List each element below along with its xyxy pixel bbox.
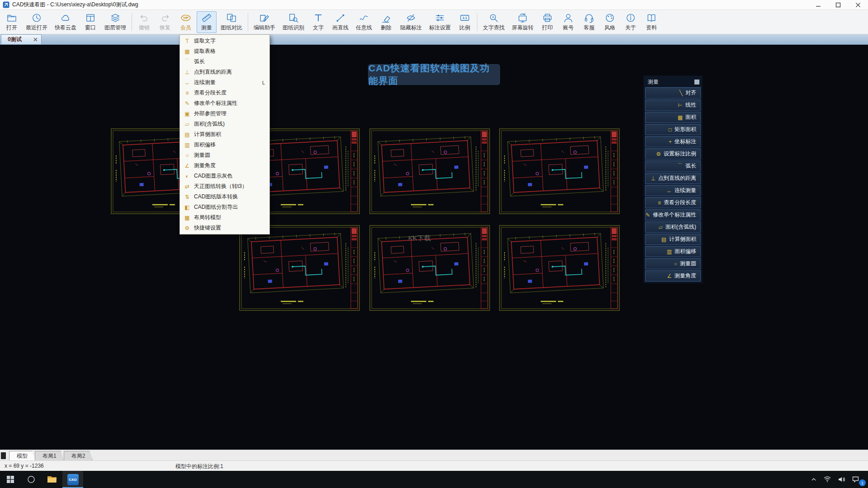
toolbar-button-label: 风格 [604, 24, 615, 32]
toolbar-button[interactable]: 资料 [642, 11, 661, 33]
toolbar-button[interactable]: 任意线 [353, 11, 375, 33]
menu-item[interactable]: ⚙ 快捷键设置 [180, 223, 269, 233]
drawing-thumbnail[interactable] [369, 128, 490, 214]
toolbar-button[interactable]: 最近打开 [23, 11, 51, 33]
toolbar-button-icon [563, 13, 574, 23]
toolbar-button[interactable]: 恢复 [155, 11, 175, 33]
toolbar-button[interactable]: 文字 [308, 11, 328, 33]
menu-item-icon: ▦ [184, 48, 191, 55]
toolbar-button[interactable]: 图纸对比 [217, 11, 245, 33]
toolbar-button[interactable]: 屏幕旋转 [509, 11, 537, 33]
menu-item[interactable]: ⊥ 点到直线的距离 [180, 67, 269, 77]
toolbar-button[interactable]: 打印 [538, 11, 557, 33]
panel-close-button[interactable] [694, 80, 699, 84]
menu-item[interactable]: ⇄ 天正图纸转换（转t3） [180, 181, 269, 192]
volume-button[interactable] [838, 476, 845, 483]
toolbar-button-label: 客服 [584, 24, 594, 32]
panel-item[interactable]: ▦ 面积 [645, 112, 701, 123]
toolbar-button[interactable]: 风格 [600, 11, 620, 33]
panel-item[interactable]: ⊢ 线性 [645, 99, 701, 111]
panel-item[interactable]: ⊥ 点到直线的距离 [645, 173, 701, 184]
toolbar-button[interactable]: 会员 [176, 11, 196, 33]
menu-item[interactable]: ▦ 提取表格 [180, 46, 269, 56]
toolbar-button[interactable]: 隐藏标注 [397, 11, 425, 33]
model-layout-tab[interactable]: 模型 [9, 451, 35, 460]
model-layout-tab[interactable]: 布局1 [35, 451, 64, 460]
toolbar-button[interactable]: 标注设置 [426, 11, 454, 33]
menu-item[interactable]: ◧ CAD图纸分割导出 [180, 202, 269, 212]
cad-app-taskbar-button[interactable]: CAD [62, 471, 83, 488]
minimize-button[interactable] [808, 0, 828, 9]
toolbar-button[interactable]: 比例 [455, 11, 475, 33]
toolbar-button-label: 测量 [201, 24, 212, 32]
menu-item[interactable]: ≡ 查看分段长度 [180, 88, 269, 98]
document-tab[interactable]: 0测试 [1, 34, 42, 44]
network-button[interactable] [824, 476, 831, 483]
file-explorer-button[interactable] [42, 471, 62, 488]
notification-count-badge: 1 [859, 479, 866, 486]
panel-item[interactable]: ↔ 连续测量 [645, 185, 701, 196]
tab-close-icon[interactable] [33, 38, 38, 42]
toolbar-button[interactable]: 关于 [621, 11, 641, 33]
toolbar-button-label: 任意线 [356, 24, 372, 32]
panel-item[interactable]: ≡ 查看分段长度 [645, 197, 701, 208]
panel-item-label: 点到直线的距离 [658, 174, 696, 182]
panel-item[interactable]: ╲ 对齐 [645, 87, 701, 99]
toolbar-button[interactable]: 打开 [2, 11, 22, 33]
toolbar-button[interactable]: 图层管理 [101, 11, 129, 33]
menu-item-label: 测量圆 [194, 151, 210, 159]
panel-item[interactable]: ∠ 测量角度 [645, 270, 701, 282]
panel-item[interactable]: ▱ 面积(含弧线) [645, 221, 701, 233]
panel-item[interactable]: + 坐标标注 [645, 136, 701, 147]
panel-item[interactable]: ▥ 面积偏移 [645, 246, 701, 257]
toolbar-button-label: 资料 [646, 24, 657, 32]
panel-item[interactable]: ○ 测量圆 [645, 258, 701, 269]
toolbar-button[interactable]: 画直线 [329, 11, 352, 33]
menu-item[interactable]: ↔ 连续测量 L [180, 77, 269, 88]
drawing-thumbnail[interactable] [499, 225, 620, 311]
panel-item[interactable]: ⌒ 弧长 [645, 160, 701, 172]
menu-item[interactable]: ∠ 测量角度 [180, 160, 269, 171]
toolbar-button[interactable]: 测量 [197, 11, 217, 33]
toolbar-button[interactable]: 账号 [558, 11, 578, 33]
drawing-canvas[interactable]: CAD快速看图软件截图及功能界面 KK下载 [0, 45, 868, 450]
menu-item[interactable]: ✎ 修改单个标注属性 [180, 98, 269, 108]
toolbar-button[interactable]: 窗口 [80, 11, 100, 33]
menu-item[interactable]: ⌒ 弧长 [180, 56, 269, 67]
panel-item[interactable]: ▤ 计算侧面积 [645, 234, 701, 245]
toolbar-button[interactable]: 客服 [579, 11, 599, 33]
menu-item[interactable]: ▤ 计算侧面积 [180, 129, 269, 140]
menu-item[interactable]: T 提取文字 [180, 36, 269, 46]
start-button[interactable] [0, 471, 21, 488]
menu-item-icon: ⇄ [184, 183, 191, 190]
menu-item[interactable]: ○ 测量圆 [180, 150, 269, 160]
model-layout-tab[interactable]: 布局2 [64, 451, 93, 460]
menu-item[interactable]: ▩ 布局转模型 [180, 212, 269, 223]
toolbar-button-label: 恢复 [160, 24, 170, 32]
maximize-button[interactable] [828, 0, 848, 9]
toolbar-button[interactable]: 编辑助手 [250, 11, 278, 33]
toolbar-button-icon [517, 13, 528, 23]
panel-item[interactable]: □ 矩形面积 [645, 124, 701, 135]
menu-item-icon: ⊥ [184, 69, 191, 75]
menu-item-label: 外部参照管理 [194, 110, 226, 117]
toolbar-button[interactable]: 文字查找 [480, 11, 508, 33]
close-button[interactable] [848, 0, 868, 9]
action-center-button[interactable] [852, 476, 859, 483]
toolbar-button[interactable]: 删除 [376, 11, 396, 33]
toolbar-button[interactable]: 快看云盘 [52, 11, 80, 33]
toolbar-button[interactable]: 图纸识别 [279, 11, 307, 33]
drawing-thumbnail[interactable] [499, 128, 620, 214]
drawing-thumbnail[interactable] [239, 225, 360, 311]
menu-item[interactable]: ▱ 面积(含弧线) [180, 119, 269, 129]
menu-item[interactable]: ◐ CAD图显示灰色 [180, 171, 269, 181]
menu-item[interactable]: ▣ 外部参照管理 [180, 108, 269, 119]
toolbar-button-icon [604, 13, 615, 23]
menu-item[interactable]: ▥ 面积偏移 [180, 140, 269, 150]
cortana-button[interactable] [21, 471, 42, 488]
tray-expand-button[interactable] [811, 477, 816, 482]
menu-item[interactable]: ⇅ CAD图纸版本转换 [180, 192, 269, 202]
toolbar-button[interactable]: 撤销 [134, 11, 154, 33]
panel-item[interactable]: ⚙ 设置标注比例 [645, 148, 701, 160]
panel-item[interactable]: ✎ 修改单个标注属性 [645, 209, 701, 221]
